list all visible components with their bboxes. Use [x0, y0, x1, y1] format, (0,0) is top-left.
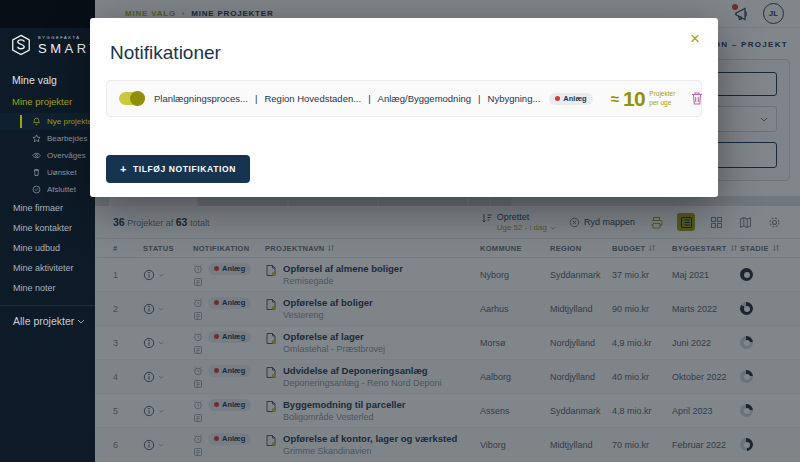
projects-per-week: ≈ 10 Projekter per uge — [611, 87, 676, 111]
sidebar-item-label: Afsluttet — [47, 185, 76, 194]
plus-icon: + — [120, 163, 127, 175]
app-root: BYGGEFAKTA SMART Mine valg Mine projekte… — [0, 0, 800, 462]
sidebar-item-uoensket[interactable]: Uønsket — [0, 164, 95, 181]
sidebar-item-label: Bearbejdes — [47, 134, 87, 143]
sidebar-item-alle-projekter[interactable]: Alle projekter — [0, 306, 95, 336]
sidebar-item-mine-aktiviteter[interactable]: Mine aktiviteter — [0, 258, 95, 278]
sidebar-item-label: Alle projekter — [13, 315, 74, 327]
filter-phase: Planlægningsproces... — [154, 93, 248, 104]
red-dot-icon — [555, 96, 560, 101]
trash-icon — [690, 91, 704, 106]
sidebar-item-nye-projekter[interactable]: Nye projekter — [0, 113, 95, 130]
sidebar-item-label: Overvåges — [47, 151, 86, 160]
filter-region: Region Hovedstaden... — [264, 93, 361, 104]
check-circle-icon — [32, 185, 41, 194]
sidebar-item-mine-kontakter[interactable]: Mine kontakter — [0, 218, 95, 238]
sidebar-item-mine-noter[interactable]: Mine noter — [0, 278, 95, 298]
delete-notification-button[interactable] — [690, 91, 704, 106]
modal-title: Notifikationer — [110, 42, 221, 64]
sidebar-item-mine-firmaer[interactable]: Mine firmaer — [0, 198, 95, 218]
notification-filters: Planlægningsproces... | Region Hovedstad… — [154, 93, 540, 104]
trash-icon — [32, 168, 41, 177]
sidebar-item-overvaages[interactable]: Overvåges — [0, 147, 95, 164]
sidebar-item-afsluttet[interactable]: Afsluttet — [0, 181, 95, 198]
sidebar-item-mine-udbud[interactable]: Mine udbud — [0, 238, 95, 258]
brand-logo[interactable]: BYGGEFAKTA SMART — [10, 34, 95, 56]
sidebar-section-mine-valg: Mine valg — [0, 70, 95, 93]
status-badge: Anlæg — [549, 93, 592, 105]
brand-s-icon — [10, 34, 32, 56]
bell-icon — [32, 117, 41, 126]
logo-block — [0, 0, 95, 28]
sidebar: BYGGEFAKTA SMART Mine valg Mine projekte… — [0, 0, 95, 462]
sidebar-item-mine-projekter[interactable]: Mine projekter — [0, 93, 95, 113]
brand-smart: SMART — [38, 41, 95, 56]
brand-byggefakta: BYGGEFAKTA — [38, 35, 95, 40]
add-notification-button[interactable]: + TILFØJ NOTIFIKATION — [106, 155, 250, 183]
per-week-count: 10 — [623, 87, 645, 111]
filter-type: Nybygning... — [488, 93, 541, 104]
notifications-modal: Notifikationer × Planlægningsproces... |… — [90, 18, 718, 197]
notification-rule-row: Planlægningsproces... | Region Hovedstad… — [106, 80, 702, 117]
close-icon[interactable]: × — [686, 26, 704, 51]
star-icon — [32, 134, 41, 143]
filter-category: Anlæg/Byggemodning — [378, 93, 471, 104]
eye-icon — [32, 151, 41, 160]
sidebar-nav: Mine valg Mine projekter Nye projekter B… — [0, 70, 95, 336]
sidebar-item-label: Uønsket — [47, 168, 77, 177]
notification-toggle[interactable] — [119, 92, 145, 105]
sidebar-item-bearbejdes[interactable]: Bearbejdes — [0, 130, 95, 147]
sidebar-item-label: Nye projekter — [47, 117, 95, 126]
chevron-down-icon — [77, 319, 85, 324]
